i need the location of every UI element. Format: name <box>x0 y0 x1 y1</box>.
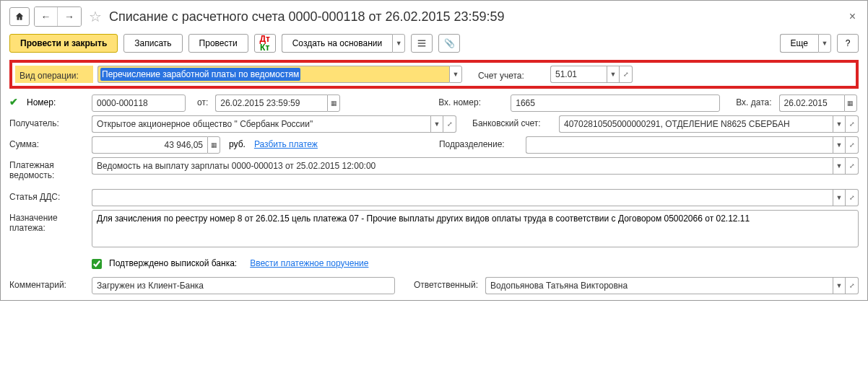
recipient-dropdown[interactable]: ▼ <box>430 115 443 133</box>
division-label: Подразделение: <box>439 136 518 149</box>
more-combo: Еще ▼ <box>780 34 831 53</box>
svg-rect-1 <box>418 43 426 44</box>
confirmed-checkbox[interactable] <box>92 259 102 269</box>
operation-type-row: Вид операции: Перечисление заработной пл… <box>9 60 859 89</box>
bank-account-open[interactable]: ⤢ <box>846 115 859 133</box>
comment-row: Комментарий: Ответственный: ▼ ⤢ <box>9 277 859 294</box>
recipient-label: Получатель: <box>9 115 87 128</box>
division-input[interactable] <box>526 136 833 154</box>
home-button[interactable] <box>9 7 30 26</box>
dds-label: Статья ДДС: <box>9 189 87 202</box>
number-row: ✔ Номер: от: ▦ Вх. номер: Вх. дата: ▦ <box>9 94 859 112</box>
payroll-input[interactable] <box>92 157 833 175</box>
account-input[interactable] <box>550 66 607 83</box>
attach-button[interactable]: 📎 <box>438 34 460 53</box>
enter-payment-link[interactable]: Ввести платежное поручение <box>250 255 368 268</box>
comment-input[interactable] <box>92 277 395 294</box>
more-button[interactable]: Еще <box>780 34 818 53</box>
save-button[interactable]: Записать <box>123 34 182 53</box>
back-button[interactable]: ← <box>35 7 58 26</box>
dtkt-icon: ДтКт <box>259 35 269 52</box>
dds-row: Статья ДДС: ▼ ⤢ <box>9 189 859 206</box>
header: ← → ☆ Списание с расчетного счета 0000-0… <box>9 6 859 27</box>
payroll-open[interactable]: ⤢ <box>846 157 859 175</box>
post-and-close-button[interactable]: Провести и закрыть <box>9 34 118 53</box>
list-button[interactable] <box>411 34 433 53</box>
bank-account-dropdown[interactable]: ▼ <box>833 115 846 133</box>
responsible-label: Ответственный: <box>414 277 478 290</box>
svg-rect-0 <box>418 40 426 42</box>
ext-date-label: Вх. дата: <box>736 94 771 107</box>
dds-dropdown[interactable]: ▼ <box>833 189 846 206</box>
more-dropdown[interactable]: ▼ <box>818 34 831 53</box>
create-based-combo: Создать на основании ▼ <box>282 34 406 53</box>
amount-label: Сумма: <box>9 136 87 149</box>
date-input[interactable] <box>215 94 327 112</box>
purpose-textarea[interactable] <box>92 210 859 247</box>
create-based-dropdown[interactable]: ▼ <box>392 34 405 53</box>
recipient-row: Получатель: ▼ ⤢ Банковский счет: ▼ ⤢ <box>9 115 859 133</box>
toolbar: Провести и закрыть Записать Провести ДтК… <box>9 34 859 53</box>
responsible-dropdown[interactable]: ▼ <box>833 277 846 294</box>
list-icon <box>417 39 426 48</box>
account-dropdown[interactable]: ▼ <box>607 66 620 83</box>
responsible-open[interactable]: ⤢ <box>846 277 859 294</box>
confirmed-row: Подтверждено выпиской банка: Ввести плат… <box>9 255 859 269</box>
favorite-icon[interactable]: ☆ <box>89 8 102 25</box>
confirmed-label: Подтверждено выпиской банка: <box>109 255 237 268</box>
svg-rect-2 <box>418 45 426 47</box>
ext-number-input[interactable] <box>511 94 720 112</box>
responsible-input[interactable] <box>485 277 833 294</box>
split-payment-link[interactable]: Разбить платеж <box>254 136 318 149</box>
operation-type-dropdown[interactable]: ▼ <box>449 66 462 83</box>
ext-date-picker[interactable]: ▦ <box>844 94 857 112</box>
recipient-input[interactable] <box>92 115 430 133</box>
payroll-label: Платежная ведомость: <box>9 157 87 181</box>
payroll-row: Платежная ведомость: ▼ ⤢ <box>9 157 859 181</box>
account-label: Счет учета: <box>478 68 543 81</box>
amount-row: Сумма: ▦ руб. Разбить платеж Подразделен… <box>9 136 859 154</box>
amount-calc[interactable]: ▦ <box>207 136 220 154</box>
from-label: от: <box>197 94 208 107</box>
number-input[interactable] <box>92 94 186 112</box>
dds-input[interactable] <box>92 189 833 206</box>
account-open[interactable]: ⤢ <box>620 66 633 83</box>
division-open[interactable]: ⤢ <box>846 136 859 154</box>
number-label: Номер: <box>27 94 87 107</box>
close-button[interactable]: × <box>846 7 859 26</box>
forward-button[interactable]: → <box>58 7 81 26</box>
help-button[interactable]: ? <box>837 34 859 53</box>
division-dropdown[interactable]: ▼ <box>833 136 846 154</box>
ext-date-input[interactable] <box>779 94 844 112</box>
form: ✔ Номер: от: ▦ Вх. номер: Вх. дата: ▦ По… <box>9 94 859 294</box>
home-icon <box>14 12 25 22</box>
purpose-label: Назначение платежа: <box>9 210 87 234</box>
comment-label: Комментарий: <box>9 277 87 290</box>
amount-input[interactable] <box>92 136 207 154</box>
paperclip-icon: 📎 <box>444 38 455 48</box>
operation-type-input[interactable] <box>97 66 449 83</box>
create-based-button[interactable]: Создать на основании <box>282 34 393 53</box>
bank-account-label: Банковский счет: <box>472 115 552 128</box>
dtkt-button[interactable]: ДтКт <box>254 34 276 53</box>
currency-label: руб. <box>225 136 250 149</box>
recipient-open[interactable]: ⤢ <box>443 115 456 133</box>
post-button[interactable]: Провести <box>188 34 248 53</box>
date-picker[interactable]: ▦ <box>327 94 340 112</box>
dds-open[interactable]: ⤢ <box>846 189 859 206</box>
purpose-row: Назначение платежа: <box>9 210 859 247</box>
bank-account-input[interactable] <box>559 115 833 133</box>
ext-number-label: Вх. номер: <box>438 94 503 107</box>
payroll-dropdown[interactable]: ▼ <box>833 157 846 175</box>
page-title: Списание с расчетного счета 0000-000118 … <box>109 9 505 25</box>
operation-type-label: Вид операции: <box>15 66 93 83</box>
posted-icon: ✔ <box>9 94 22 107</box>
